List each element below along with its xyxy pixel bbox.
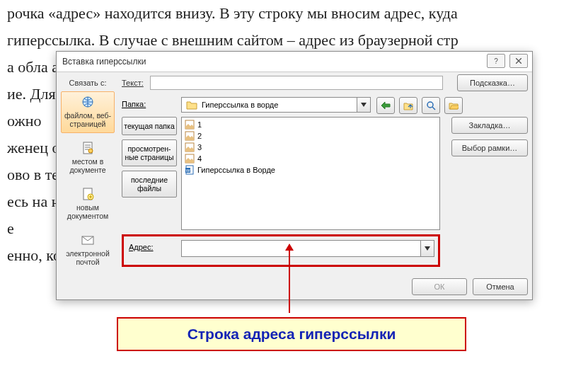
lookin-combo[interactable]: Гиперссылка в ворде bbox=[181, 97, 371, 113]
close-button[interactable] bbox=[509, 54, 528, 68]
callout-arrow bbox=[289, 248, 290, 313]
list-item[interactable]: W Гиперссылка в Ворде bbox=[183, 164, 438, 176]
address-input[interactable] bbox=[182, 241, 420, 256]
callout-text: Строка адреса гиперссылки bbox=[188, 326, 396, 343]
email-icon bbox=[81, 233, 95, 247]
dialog-title: Вставка гиперссылки bbox=[62, 57, 146, 67]
display-text-label: Текст: bbox=[122, 79, 144, 87]
bg-line: рочка «адрес» находится внизу. В эту стр… bbox=[7, 0, 588, 27]
back-arrow-icon bbox=[381, 101, 391, 110]
folder-up-icon bbox=[403, 101, 413, 110]
dropdown-arrow-icon[interactable] bbox=[357, 98, 370, 112]
list-item[interactable]: 2 bbox=[183, 130, 438, 142]
list-item[interactable]: 3 bbox=[183, 142, 438, 153]
help-button[interactable]: ? bbox=[487, 54, 505, 68]
svg-text:W: W bbox=[186, 168, 190, 173]
insert-hyperlink-dialog: Вставка гиперссылки ? Связать с: файлом,… bbox=[56, 51, 533, 300]
callout-box: Строка адреса гиперссылки bbox=[117, 317, 466, 351]
target-frame-button[interactable]: Выбор рамки… bbox=[451, 139, 528, 156]
linkto-email[interactable]: электронной почтой bbox=[61, 229, 115, 271]
screentip-button[interactable]: Подсказка… bbox=[457, 74, 528, 91]
linkto-label: файлом, веб-страницей bbox=[64, 111, 111, 128]
bookmark-button[interactable]: Закладка… bbox=[451, 117, 528, 134]
linkto-label: электронной почтой bbox=[66, 249, 110, 266]
file-list[interactable]: 1 2 3 4 W Гиперссылка в Ворде bbox=[181, 117, 440, 230]
cancel-button[interactable]: Отмена bbox=[473, 278, 528, 295]
back-button[interactable] bbox=[376, 97, 395, 114]
linkto-new-doc[interactable]: новым документом bbox=[61, 183, 115, 225]
word-file-icon: W bbox=[185, 165, 195, 175]
display-text-input[interactable] bbox=[150, 76, 443, 90]
ok-button: ОК bbox=[412, 278, 467, 295]
dialog-titlebar[interactable]: Вставка гиперссылки ? bbox=[57, 52, 532, 72]
link-to-label: Связать с: bbox=[61, 79, 115, 87]
linkto-label: новым документом bbox=[67, 203, 108, 220]
image-file-icon bbox=[185, 154, 195, 164]
close-icon bbox=[516, 58, 521, 64]
list-item[interactable]: 1 bbox=[183, 119, 438, 130]
subtab-recent-files[interactable]: последние файлы bbox=[122, 171, 177, 198]
address-combo[interactable] bbox=[181, 240, 434, 257]
folder-open-icon bbox=[449, 101, 459, 110]
svg-point-2 bbox=[88, 149, 93, 153]
browse-file-button[interactable] bbox=[444, 97, 463, 114]
image-file-icon bbox=[185, 142, 195, 152]
list-item[interactable]: 4 bbox=[183, 153, 438, 164]
image-file-icon bbox=[185, 131, 195, 141]
dropdown-arrow-icon[interactable] bbox=[420, 241, 434, 256]
subtab-current-folder[interactable]: текущая папка bbox=[122, 117, 177, 135]
lookin-label: Папка: bbox=[122, 100, 146, 108]
linkto-place-in-doc[interactable]: местом в документе bbox=[61, 137, 115, 179]
image-file-icon bbox=[185, 120, 195, 130]
address-label: Адрес: bbox=[129, 243, 154, 251]
lookin-value: Гиперссылка в ворде bbox=[202, 101, 357, 109]
subtab-browsed-pages[interactable]: просмотрен-ные страницы bbox=[122, 139, 177, 166]
linkto-file-web[interactable]: файлом, веб-страницей bbox=[61, 91, 115, 133]
bookmark-doc-icon bbox=[81, 141, 95, 155]
linkto-label: местом в документе bbox=[69, 157, 105, 174]
bg-line: гиперссылка. В случае с внешним сайтом –… bbox=[7, 27, 588, 54]
svg-point-6 bbox=[427, 102, 433, 108]
folder-icon bbox=[186, 100, 197, 110]
search-web-icon bbox=[426, 101, 436, 110]
up-button[interactable] bbox=[399, 97, 417, 114]
globe-file-icon bbox=[81, 95, 95, 109]
browse-web-button[interactable] bbox=[422, 97, 440, 114]
new-doc-icon bbox=[81, 187, 95, 201]
